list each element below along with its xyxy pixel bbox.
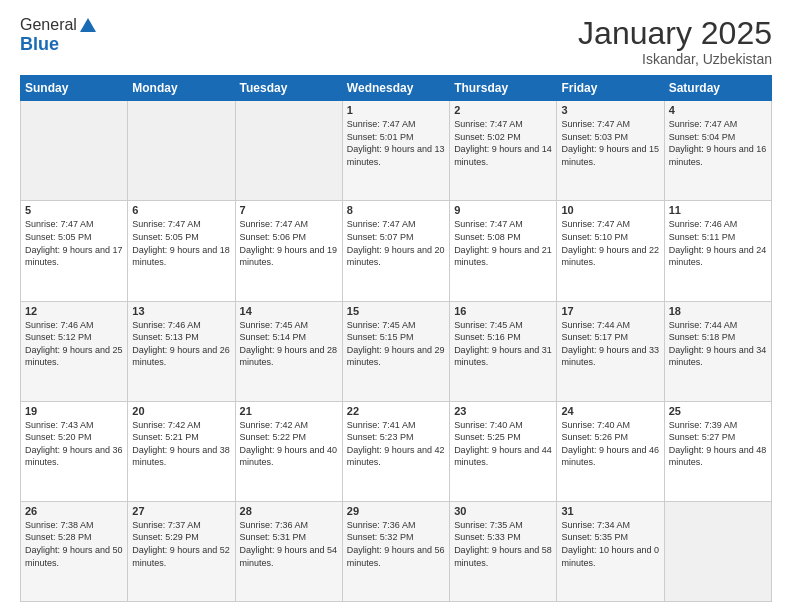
day-number: 25 (669, 405, 767, 417)
day-info: Sunrise: 7:47 AMSunset: 5:01 PMDaylight:… (347, 118, 445, 168)
header-tuesday: Tuesday (235, 76, 342, 101)
day-info: Sunrise: 7:38 AMSunset: 5:28 PMDaylight:… (25, 519, 123, 569)
calendar-cell: 9Sunrise: 7:47 AMSunset: 5:08 PMDaylight… (450, 201, 557, 301)
calendar-cell: 1Sunrise: 7:47 AMSunset: 5:01 PMDaylight… (342, 101, 449, 201)
calendar-header-row: Sunday Monday Tuesday Wednesday Thursday… (21, 76, 772, 101)
week-row-3: 12Sunrise: 7:46 AMSunset: 5:12 PMDayligh… (21, 301, 772, 401)
day-info: Sunrise: 7:42 AMSunset: 5:22 PMDaylight:… (240, 419, 338, 469)
header-friday: Friday (557, 76, 664, 101)
day-number: 23 (454, 405, 552, 417)
day-number: 27 (132, 505, 230, 517)
calendar-cell: 31Sunrise: 7:34 AMSunset: 5:35 PMDayligh… (557, 501, 664, 601)
day-info: Sunrise: 7:47 AMSunset: 5:03 PMDaylight:… (561, 118, 659, 168)
header-thursday: Thursday (450, 76, 557, 101)
week-row-4: 19Sunrise: 7:43 AMSunset: 5:20 PMDayligh… (21, 401, 772, 501)
header-sunday: Sunday (21, 76, 128, 101)
day-number: 31 (561, 505, 659, 517)
day-info: Sunrise: 7:47 AMSunset: 5:08 PMDaylight:… (454, 218, 552, 268)
day-info: Sunrise: 7:47 AMSunset: 5:02 PMDaylight:… (454, 118, 552, 168)
calendar-cell: 12Sunrise: 7:46 AMSunset: 5:12 PMDayligh… (21, 301, 128, 401)
day-info: Sunrise: 7:39 AMSunset: 5:27 PMDaylight:… (669, 419, 767, 469)
calendar-cell: 29Sunrise: 7:36 AMSunset: 5:32 PMDayligh… (342, 501, 449, 601)
day-number: 6 (132, 204, 230, 216)
day-number: 20 (132, 405, 230, 417)
logo: General Blue (20, 16, 97, 55)
day-number: 14 (240, 305, 338, 317)
week-row-1: 1Sunrise: 7:47 AMSunset: 5:01 PMDaylight… (21, 101, 772, 201)
page: General Blue January 2025 Iskandar, Uzbe… (0, 0, 792, 612)
day-number: 10 (561, 204, 659, 216)
calendar-cell: 11Sunrise: 7:46 AMSunset: 5:11 PMDayligh… (664, 201, 771, 301)
calendar-cell: 15Sunrise: 7:45 AMSunset: 5:15 PMDayligh… (342, 301, 449, 401)
calendar-cell: 19Sunrise: 7:43 AMSunset: 5:20 PMDayligh… (21, 401, 128, 501)
header-wednesday: Wednesday (342, 76, 449, 101)
calendar-cell: 6Sunrise: 7:47 AMSunset: 5:05 PMDaylight… (128, 201, 235, 301)
logo-triangle-icon (79, 16, 97, 34)
header: General Blue January 2025 Iskandar, Uzbe… (20, 16, 772, 67)
day-info: Sunrise: 7:42 AMSunset: 5:21 PMDaylight:… (132, 419, 230, 469)
day-info: Sunrise: 7:36 AMSunset: 5:32 PMDaylight:… (347, 519, 445, 569)
day-info: Sunrise: 7:47 AMSunset: 5:06 PMDaylight:… (240, 218, 338, 268)
day-info: Sunrise: 7:34 AMSunset: 5:35 PMDaylight:… (561, 519, 659, 569)
day-info: Sunrise: 7:45 AMSunset: 5:14 PMDaylight:… (240, 319, 338, 369)
calendar-cell: 7Sunrise: 7:47 AMSunset: 5:06 PMDaylight… (235, 201, 342, 301)
day-number: 22 (347, 405, 445, 417)
calendar-cell: 16Sunrise: 7:45 AMSunset: 5:16 PMDayligh… (450, 301, 557, 401)
logo-general: General (20, 16, 77, 34)
day-number: 18 (669, 305, 767, 317)
day-number: 26 (25, 505, 123, 517)
day-info: Sunrise: 7:36 AMSunset: 5:31 PMDaylight:… (240, 519, 338, 569)
day-info: Sunrise: 7:41 AMSunset: 5:23 PMDaylight:… (347, 419, 445, 469)
day-info: Sunrise: 7:45 AMSunset: 5:15 PMDaylight:… (347, 319, 445, 369)
calendar-cell: 26Sunrise: 7:38 AMSunset: 5:28 PMDayligh… (21, 501, 128, 601)
calendar-cell: 24Sunrise: 7:40 AMSunset: 5:26 PMDayligh… (557, 401, 664, 501)
day-number: 7 (240, 204, 338, 216)
day-number: 1 (347, 104, 445, 116)
day-number: 9 (454, 204, 552, 216)
calendar-cell: 25Sunrise: 7:39 AMSunset: 5:27 PMDayligh… (664, 401, 771, 501)
week-row-2: 5Sunrise: 7:47 AMSunset: 5:05 PMDaylight… (21, 201, 772, 301)
day-number: 11 (669, 204, 767, 216)
calendar-cell: 5Sunrise: 7:47 AMSunset: 5:05 PMDaylight… (21, 201, 128, 301)
calendar-cell: 21Sunrise: 7:42 AMSunset: 5:22 PMDayligh… (235, 401, 342, 501)
calendar-cell: 28Sunrise: 7:36 AMSunset: 5:31 PMDayligh… (235, 501, 342, 601)
day-info: Sunrise: 7:44 AMSunset: 5:18 PMDaylight:… (669, 319, 767, 369)
day-number: 4 (669, 104, 767, 116)
day-number: 30 (454, 505, 552, 517)
day-number: 5 (25, 204, 123, 216)
day-number: 13 (132, 305, 230, 317)
day-number: 12 (25, 305, 123, 317)
day-number: 29 (347, 505, 445, 517)
location: Iskandar, Uzbekistan (578, 51, 772, 67)
day-info: Sunrise: 7:45 AMSunset: 5:16 PMDaylight:… (454, 319, 552, 369)
calendar-cell: 13Sunrise: 7:46 AMSunset: 5:13 PMDayligh… (128, 301, 235, 401)
calendar-cell: 3Sunrise: 7:47 AMSunset: 5:03 PMDaylight… (557, 101, 664, 201)
day-number: 24 (561, 405, 659, 417)
day-info: Sunrise: 7:35 AMSunset: 5:33 PMDaylight:… (454, 519, 552, 569)
day-info: Sunrise: 7:46 AMSunset: 5:13 PMDaylight:… (132, 319, 230, 369)
day-number: 16 (454, 305, 552, 317)
calendar-cell: 10Sunrise: 7:47 AMSunset: 5:10 PMDayligh… (557, 201, 664, 301)
calendar-cell: 14Sunrise: 7:45 AMSunset: 5:14 PMDayligh… (235, 301, 342, 401)
calendar-cell (21, 101, 128, 201)
calendar-cell: 22Sunrise: 7:41 AMSunset: 5:23 PMDayligh… (342, 401, 449, 501)
header-saturday: Saturday (664, 76, 771, 101)
day-number: 19 (25, 405, 123, 417)
day-info: Sunrise: 7:40 AMSunset: 5:26 PMDaylight:… (561, 419, 659, 469)
day-number: 8 (347, 204, 445, 216)
logo-blue: Blue (20, 34, 97, 55)
day-number: 2 (454, 104, 552, 116)
calendar-cell: 20Sunrise: 7:42 AMSunset: 5:21 PMDayligh… (128, 401, 235, 501)
day-info: Sunrise: 7:47 AMSunset: 5:07 PMDaylight:… (347, 218, 445, 268)
calendar-cell: 30Sunrise: 7:35 AMSunset: 5:33 PMDayligh… (450, 501, 557, 601)
calendar-cell (128, 101, 235, 201)
calendar-cell: 8Sunrise: 7:47 AMSunset: 5:07 PMDaylight… (342, 201, 449, 301)
svg-marker-0 (80, 18, 96, 32)
calendar-cell: 4Sunrise: 7:47 AMSunset: 5:04 PMDaylight… (664, 101, 771, 201)
calendar-cell: 27Sunrise: 7:37 AMSunset: 5:29 PMDayligh… (128, 501, 235, 601)
calendar-cell (664, 501, 771, 601)
day-info: Sunrise: 7:40 AMSunset: 5:25 PMDaylight:… (454, 419, 552, 469)
day-number: 28 (240, 505, 338, 517)
header-monday: Monday (128, 76, 235, 101)
title-section: January 2025 Iskandar, Uzbekistan (578, 16, 772, 67)
